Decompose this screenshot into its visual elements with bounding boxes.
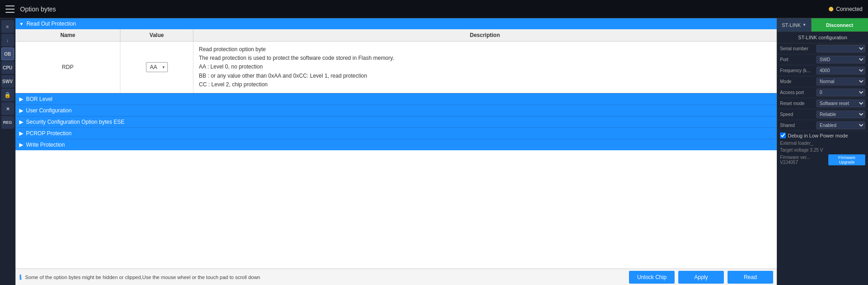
- sidebar-btn-download[interactable]: ↓: [1, 34, 14, 47]
- section-label-security-config: Security Configuration Option bytes ESE: [26, 119, 125, 125]
- chevron-right-icon-5: ▶: [19, 142, 23, 148]
- section-label-read-out-protection: Read Out Protection: [26, 21, 76, 27]
- table-row: RDP AA BB CC Read protection option byte…: [16, 42, 777, 93]
- connection-status: Connected: [829, 6, 863, 12]
- config-row-shared: Shared Enabled: [777, 120, 868, 131]
- config-value-shared[interactable]: Enabled: [816, 121, 865, 129]
- chevron-right-icon: ▶: [19, 96, 23, 102]
- mode-select[interactable]: Normal: [816, 78, 865, 85]
- reset-mode-select[interactable]: Software reset: [816, 100, 865, 107]
- firmware-upgrade-button[interactable]: Firmware Upgrade: [828, 154, 865, 165]
- table-scroll-area[interactable]: ▼ Read Out Protection Name Value Descrip…: [16, 18, 777, 269]
- rdp-select[interactable]: AA BB CC: [146, 62, 168, 72]
- col-header-value: Value: [120, 29, 193, 41]
- section-label-pcrop: PCROP Protection: [26, 130, 72, 137]
- stlink-tab[interactable]: ST-LINK ▼: [777, 18, 811, 32]
- config-label-reset-mode: Reset mode: [780, 101, 816, 106]
- config-label-mode: Mode: [780, 79, 816, 84]
- status-dot-icon: [829, 7, 833, 11]
- disconnect-button[interactable]: Disconnect: [811, 18, 868, 32]
- debug-low-power-label: Debug in Low Power mode: [788, 133, 848, 138]
- desc-line-4: BB : or any value other than 0xAA and 0x…: [199, 72, 367, 80]
- bottom-bar: ℹ Some of the option bytes might be hidd…: [16, 269, 777, 285]
- app-title: Option bytes: [20, 5, 829, 13]
- target-voltage-row: Target voltage 3.25 V: [777, 147, 868, 153]
- config-label-port: Port: [780, 57, 816, 62]
- sidebar-btn-home[interactable]: ≡: [1, 20, 14, 33]
- section-read-out-protection[interactable]: ▼ Read Out Protection: [16, 18, 777, 29]
- main-layout: ≡ ↓ OB CPU SWV 🔒 ✕ REG ▼ Read Out Protec…: [0, 18, 868, 285]
- config-title: ST-LINK configuration: [777, 32, 868, 43]
- port-select[interactable]: SWD: [816, 56, 865, 63]
- external-loader-info: External loader_: [777, 140, 868, 147]
- config-row-frequency: Frequency (k... 4000: [777, 65, 868, 76]
- config-row-access-port: Access port 0: [777, 87, 868, 98]
- speed-select[interactable]: Reliable: [816, 111, 865, 118]
- stlink-tab-label: ST-LINK: [782, 22, 801, 28]
- section-label-bor-level: BOR Level: [26, 96, 52, 102]
- chevron-right-icon-3: ▶: [19, 119, 23, 125]
- shared-select[interactable]: Enabled: [816, 121, 865, 129]
- sidebar-btn-security[interactable]: 🔒: [1, 89, 14, 101]
- section-label-write-protection: Write Protection: [26, 142, 65, 148]
- frequency-select[interactable]: 4000: [816, 67, 865, 74]
- right-panel-top: ST-LINK ▼ Disconnect: [777, 18, 868, 32]
- serial-select[interactable]: [816, 45, 865, 53]
- section-security-config[interactable]: ▶ Security Configuration Option bytes ES…: [16, 116, 777, 127]
- config-row-serial: Serial number: [777, 43, 868, 54]
- firmware-version-row: Firmware ver... V2J4057 Firmware Upgrade: [777, 153, 868, 166]
- config-label-serial: Serial number: [780, 46, 816, 51]
- config-value-speed[interactable]: Reliable: [816, 111, 865, 118]
- config-label-access-port: Access port: [780, 90, 816, 95]
- sidebar-btn-ob[interactable]: OB: [1, 48, 14, 60]
- chevron-right-icon-2: ▶: [19, 107, 23, 114]
- debug-low-power-checkbox[interactable]: [780, 132, 786, 138]
- chevron-right-icon-4: ▶: [19, 130, 23, 137]
- left-sidebar: ≡ ↓ OB CPU SWV 🔒 ✕ REG: [0, 18, 16, 285]
- col-header-name: Name: [16, 29, 120, 41]
- config-row-reset-mode: Reset mode Software reset: [777, 98, 868, 109]
- config-value-reset-mode[interactable]: Software reset: [816, 100, 865, 107]
- unlock-chip-button[interactable]: Unlock Chip: [629, 271, 675, 284]
- config-value-mode[interactable]: Normal: [816, 78, 865, 85]
- read-button[interactable]: Read: [728, 271, 773, 284]
- config-label-shared: Shared: [780, 123, 816, 128]
- top-bar: Option bytes Connected: [0, 0, 868, 18]
- sidebar-btn-reg[interactable]: REG: [1, 116, 14, 129]
- section-write-protection[interactable]: ▶ Write Protection: [16, 139, 777, 150]
- table-header-row: Name Value Description: [16, 29, 777, 42]
- menu-icon[interactable]: [5, 5, 15, 13]
- info-text: Some of the option bytes might be hidden…: [25, 274, 625, 280]
- desc-line-3: AA : Level 0, no protection: [199, 63, 263, 71]
- sidebar-btn-swv[interactable]: SWV: [1, 75, 14, 88]
- target-voltage-label: Target voltage 3.25 V: [780, 148, 823, 153]
- section-pcrop-protection[interactable]: ▶ PCROP Protection: [16, 127, 777, 139]
- right-panel: ST-LINK ▼ Disconnect ST-LINK configurati…: [777, 18, 868, 285]
- desc-line-5: CC : Level 2, chip protection: [199, 80, 268, 89]
- config-row-port: Port SWD: [777, 54, 868, 65]
- config-value-port[interactable]: SWD: [816, 56, 865, 63]
- access-port-select[interactable]: 0: [816, 89, 865, 96]
- section-user-configuration[interactable]: ▶ User Configuration: [16, 105, 777, 116]
- rdp-dropdown-wrapper[interactable]: AA BB CC: [146, 62, 168, 72]
- sidebar-btn-target[interactable]: ✕: [1, 102, 14, 115]
- desc-line-2: The read protection is used to protect t…: [199, 54, 394, 63]
- config-value-access-port[interactable]: 0: [816, 89, 865, 96]
- config-row-mode: Mode Normal: [777, 76, 868, 87]
- config-value-serial[interactable]: [816, 45, 865, 53]
- info-icon: ℹ: [19, 274, 21, 281]
- apply-button[interactable]: Apply: [678, 271, 724, 284]
- connection-label: Connected: [836, 6, 863, 12]
- checkbox-row-debug: Debug in Low Power mode: [777, 131, 868, 140]
- sidebar-btn-cpu[interactable]: CPU: [1, 61, 14, 74]
- center-content: ▼ Read Out Protection Name Value Descrip…: [16, 18, 777, 285]
- section-label-user-config: User Configuration: [26, 107, 72, 114]
- desc-line-1: Read protection option byte: [199, 45, 266, 54]
- config-label-frequency: Frequency (k...: [780, 68, 816, 73]
- config-value-frequency[interactable]: 4000: [816, 67, 865, 74]
- col-header-description: Description: [193, 29, 777, 41]
- firmware-version-label: Firmware ver... V2J4057: [780, 155, 828, 165]
- stlink-tab-chevron: ▼: [803, 23, 806, 27]
- section-bor-level[interactable]: ▶ BOR Level: [16, 93, 777, 105]
- chevron-down-icon: ▼: [19, 21, 24, 26]
